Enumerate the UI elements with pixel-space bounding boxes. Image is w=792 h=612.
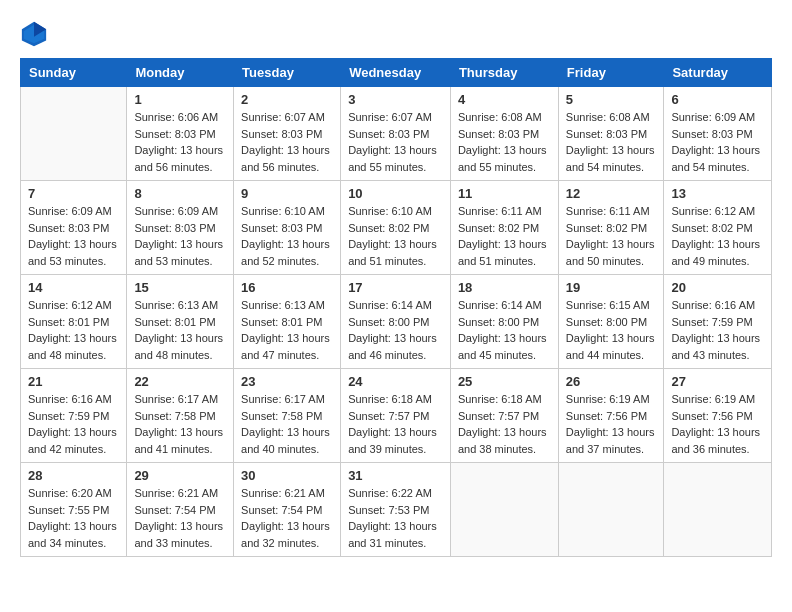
day-number: 12	[566, 186, 657, 201]
cell-sunrise: Sunrise: 6:09 AM	[134, 205, 218, 217]
cell-sunrise: Sunrise: 6:20 AM	[28, 487, 112, 499]
cell-sunrise: Sunrise: 6:08 AM	[566, 111, 650, 123]
cell-sunset: Sunset: 7:58 PM	[241, 410, 322, 422]
day-number: 21	[28, 374, 119, 389]
cell-daylight: Daylight: 13 hours and 55 minutes.	[458, 144, 550, 173]
cell-daylight: Daylight: 13 hours and 38 minutes.	[458, 426, 550, 455]
cell-daylight: Daylight: 13 hours and 50 minutes.	[566, 238, 658, 267]
cell-sunrise: Sunrise: 6:12 AM	[28, 299, 112, 311]
calendar-cell: 3Sunrise: 6:07 AMSunset: 8:03 PMDaylight…	[341, 87, 451, 181]
calendar-cell	[664, 463, 772, 557]
cell-sunset: Sunset: 8:01 PM	[241, 316, 322, 328]
cell-sunset: Sunset: 7:55 PM	[28, 504, 109, 516]
day-number: 15	[134, 280, 226, 295]
cell-sunset: Sunset: 7:56 PM	[671, 410, 752, 422]
cell-sunset: Sunset: 8:01 PM	[28, 316, 109, 328]
cell-sunrise: Sunrise: 6:14 AM	[458, 299, 542, 311]
day-number: 3	[348, 92, 443, 107]
day-number: 1	[134, 92, 226, 107]
cell-daylight: Daylight: 13 hours and 54 minutes.	[671, 144, 763, 173]
cell-daylight: Daylight: 13 hours and 40 minutes.	[241, 426, 333, 455]
cell-sunset: Sunset: 7:54 PM	[241, 504, 322, 516]
cell-sunrise: Sunrise: 6:13 AM	[241, 299, 325, 311]
cell-daylight: Daylight: 13 hours and 56 minutes.	[134, 144, 226, 173]
logo-icon	[20, 20, 48, 48]
day-number: 6	[671, 92, 764, 107]
cell-sunset: Sunset: 8:03 PM	[566, 128, 647, 140]
cell-sunset: Sunset: 8:02 PM	[458, 222, 539, 234]
day-number: 29	[134, 468, 226, 483]
calendar-cell: 22Sunrise: 6:17 AMSunset: 7:58 PMDayligh…	[127, 369, 234, 463]
cell-daylight: Daylight: 13 hours and 36 minutes.	[671, 426, 763, 455]
day-number: 17	[348, 280, 443, 295]
cell-sunset: Sunset: 7:59 PM	[28, 410, 109, 422]
calendar-cell: 8Sunrise: 6:09 AMSunset: 8:03 PMDaylight…	[127, 181, 234, 275]
calendar-cell: 31Sunrise: 6:22 AMSunset: 7:53 PMDayligh…	[341, 463, 451, 557]
day-number: 13	[671, 186, 764, 201]
cell-sunset: Sunset: 7:53 PM	[348, 504, 429, 516]
cell-sunset: Sunset: 8:02 PM	[566, 222, 647, 234]
day-number: 28	[28, 468, 119, 483]
day-number: 4	[458, 92, 551, 107]
cell-sunrise: Sunrise: 6:11 AM	[458, 205, 542, 217]
cell-sunrise: Sunrise: 6:18 AM	[458, 393, 542, 405]
cell-sunrise: Sunrise: 6:15 AM	[566, 299, 650, 311]
calendar-cell: 17Sunrise: 6:14 AMSunset: 8:00 PMDayligh…	[341, 275, 451, 369]
cell-sunset: Sunset: 8:03 PM	[28, 222, 109, 234]
cell-daylight: Daylight: 13 hours and 49 minutes.	[671, 238, 763, 267]
cell-daylight: Daylight: 13 hours and 53 minutes.	[28, 238, 120, 267]
cell-daylight: Daylight: 13 hours and 51 minutes.	[458, 238, 550, 267]
day-number: 7	[28, 186, 119, 201]
cell-sunset: Sunset: 8:03 PM	[671, 128, 752, 140]
cell-daylight: Daylight: 13 hours and 37 minutes.	[566, 426, 658, 455]
calendar-cell: 23Sunrise: 6:17 AMSunset: 7:58 PMDayligh…	[234, 369, 341, 463]
week-row-2: 7Sunrise: 6:09 AMSunset: 8:03 PMDaylight…	[21, 181, 772, 275]
cell-sunrise: Sunrise: 6:07 AM	[348, 111, 432, 123]
cell-sunrise: Sunrise: 6:08 AM	[458, 111, 542, 123]
weekday-saturday: Saturday	[664, 59, 772, 87]
calendar-table: SundayMondayTuesdayWednesdayThursdayFrid…	[20, 58, 772, 557]
calendar-cell: 18Sunrise: 6:14 AMSunset: 8:00 PMDayligh…	[450, 275, 558, 369]
page-header	[20, 20, 772, 48]
day-number: 20	[671, 280, 764, 295]
cell-sunset: Sunset: 8:03 PM	[241, 128, 322, 140]
cell-daylight: Daylight: 13 hours and 31 minutes.	[348, 520, 440, 549]
day-number: 26	[566, 374, 657, 389]
cell-sunset: Sunset: 7:57 PM	[348, 410, 429, 422]
cell-daylight: Daylight: 13 hours and 44 minutes.	[566, 332, 658, 361]
cell-sunrise: Sunrise: 6:12 AM	[671, 205, 755, 217]
cell-sunrise: Sunrise: 6:10 AM	[241, 205, 325, 217]
cell-sunset: Sunset: 8:02 PM	[671, 222, 752, 234]
day-number: 2	[241, 92, 333, 107]
cell-sunrise: Sunrise: 6:17 AM	[134, 393, 218, 405]
cell-daylight: Daylight: 13 hours and 41 minutes.	[134, 426, 226, 455]
calendar-cell: 24Sunrise: 6:18 AMSunset: 7:57 PMDayligh…	[341, 369, 451, 463]
calendar-cell: 10Sunrise: 6:10 AMSunset: 8:02 PMDayligh…	[341, 181, 451, 275]
cell-sunrise: Sunrise: 6:09 AM	[28, 205, 112, 217]
cell-sunrise: Sunrise: 6:09 AM	[671, 111, 755, 123]
cell-daylight: Daylight: 13 hours and 54 minutes.	[566, 144, 658, 173]
cell-daylight: Daylight: 13 hours and 32 minutes.	[241, 520, 333, 549]
weekday-sunday: Sunday	[21, 59, 127, 87]
cell-daylight: Daylight: 13 hours and 55 minutes.	[348, 144, 440, 173]
cell-sunrise: Sunrise: 6:06 AM	[134, 111, 218, 123]
calendar-cell: 28Sunrise: 6:20 AMSunset: 7:55 PMDayligh…	[21, 463, 127, 557]
calendar-cell	[21, 87, 127, 181]
cell-sunset: Sunset: 8:03 PM	[348, 128, 429, 140]
day-number: 19	[566, 280, 657, 295]
day-number: 22	[134, 374, 226, 389]
calendar-cell: 15Sunrise: 6:13 AMSunset: 8:01 PMDayligh…	[127, 275, 234, 369]
cell-sunset: Sunset: 8:00 PM	[566, 316, 647, 328]
calendar-cell: 19Sunrise: 6:15 AMSunset: 8:00 PMDayligh…	[558, 275, 664, 369]
cell-daylight: Daylight: 13 hours and 39 minutes.	[348, 426, 440, 455]
cell-daylight: Daylight: 13 hours and 48 minutes.	[28, 332, 120, 361]
cell-sunset: Sunset: 8:01 PM	[134, 316, 215, 328]
weekday-wednesday: Wednesday	[341, 59, 451, 87]
calendar-cell: 16Sunrise: 6:13 AMSunset: 8:01 PMDayligh…	[234, 275, 341, 369]
cell-daylight: Daylight: 13 hours and 48 minutes.	[134, 332, 226, 361]
cell-daylight: Daylight: 13 hours and 46 minutes.	[348, 332, 440, 361]
cell-daylight: Daylight: 13 hours and 34 minutes.	[28, 520, 120, 549]
day-number: 14	[28, 280, 119, 295]
cell-sunrise: Sunrise: 6:14 AM	[348, 299, 432, 311]
calendar-cell: 14Sunrise: 6:12 AMSunset: 8:01 PMDayligh…	[21, 275, 127, 369]
